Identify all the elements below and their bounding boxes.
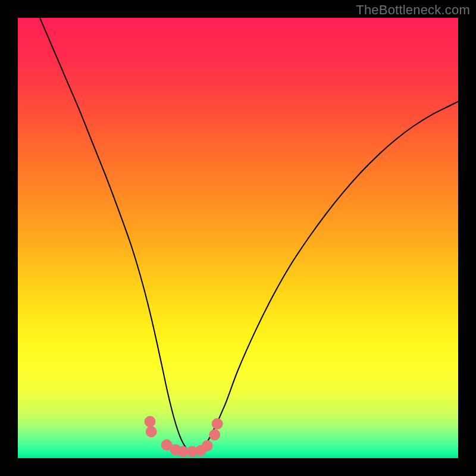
watermark-text: TheBottleneck.com	[356, 2, 470, 18]
data-marker	[202, 440, 212, 451]
data-marker	[209, 430, 220, 440]
data-marker	[146, 427, 156, 437]
data-marker	[212, 418, 223, 429]
gradient-background	[18, 18, 458, 458]
chart-frame: TheBottleneck.com	[0, 0, 476, 476]
plot-area	[18, 18, 458, 458]
data-marker	[145, 416, 155, 427]
bottleneck-chart	[18, 18, 458, 458]
